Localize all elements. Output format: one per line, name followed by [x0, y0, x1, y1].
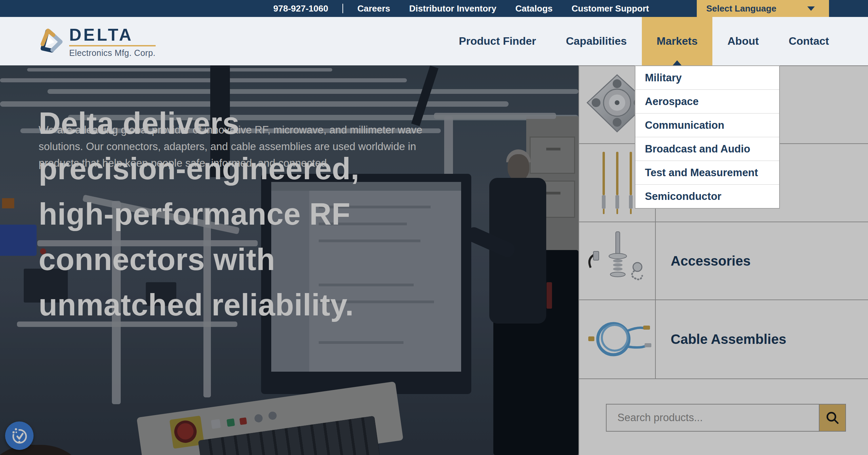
- cable-assembly-photo: [579, 300, 656, 378]
- logo-underline: [69, 45, 156, 46]
- chevron-down-icon: [807, 6, 815, 11]
- markets-dropdown-menu: Military Aerospace Communication Broadca…: [635, 65, 780, 209]
- search-button[interactable]: [820, 404, 846, 432]
- nav-item-contact[interactable]: Contact: [789, 17, 829, 65]
- hero-heading: Delta delivers precision-engineered, hig…: [39, 101, 359, 328]
- nav-item-markets[interactable]: Markets: [642, 17, 713, 65]
- delta-homepage: 978-927-1060 Careers Distributor Invento…: [0, 0, 868, 455]
- topbar-links-group: 978-927-1060 Careers Distributor Invento…: [273, 0, 649, 17]
- menu-item-semiconductor[interactable]: Semiconductor: [635, 185, 779, 208]
- language-selector-label: Select Language: [706, 3, 776, 14]
- language-selector[interactable]: Select Language: [697, 0, 829, 17]
- topbar-link-customer-support[interactable]: Customer Support: [572, 3, 649, 14]
- hero-copy: Delta delivers precision-engineered, hig…: [39, 101, 469, 171]
- logo-text: DELTA Electronics Mfg. Corp.: [69, 26, 156, 58]
- menu-item-test-and-measurement[interactable]: Test and Measurement: [635, 161, 779, 185]
- product-search-row: [579, 379, 868, 455]
- utility-topbar: 978-927-1060 Careers Distributor Invento…: [0, 0, 868, 17]
- category-row-accessories[interactable]: Accessories: [579, 222, 868, 300]
- logo-wordmark: DELTA: [69, 26, 156, 44]
- category-label: Accessories: [656, 222, 868, 299]
- topbar-divider: [342, 4, 343, 13]
- hero-section: Delta delivers precision-engineered, hig…: [0, 65, 578, 455]
- accessories-photo: [579, 222, 656, 299]
- nav-item-product-finder[interactable]: Product Finder: [459, 17, 536, 65]
- main-header: DELTA Electronics Mfg. Corp. Product Fin…: [0, 17, 868, 65]
- menu-item-military[interactable]: Military: [635, 66, 779, 90]
- topbar-link-careers[interactable]: Careers: [357, 3, 390, 14]
- phone-number[interactable]: 978-927-1060: [273, 3, 328, 14]
- cookie-icon: [10, 426, 29, 445]
- cookie-consent-button[interactable]: [5, 421, 34, 450]
- nav-item-capabilities[interactable]: Capabilities: [566, 17, 627, 65]
- primary-nav: Product Finder Capabilities Markets Abou…: [444, 17, 844, 65]
- company-logo[interactable]: DELTA Electronics Mfg. Corp.: [39, 26, 156, 58]
- page-content: Delta delivers precision-engineered, hig…: [0, 65, 868, 455]
- delta-triangle-logo-icon: [39, 26, 63, 54]
- category-row-cable-assemblies[interactable]: Cable Assemblies: [579, 300, 868, 379]
- search-input[interactable]: [606, 404, 820, 432]
- active-tab-caret-icon: [673, 60, 682, 65]
- nav-item-about[interactable]: About: [727, 17, 758, 65]
- menu-item-communication[interactable]: Communication: [635, 113, 779, 137]
- nav-item-markets-label: Markets: [657, 35, 698, 47]
- menu-item-broadcast-and-audio[interactable]: Broadcast and Audio: [635, 137, 779, 161]
- search-icon: [825, 411, 840, 425]
- topbar-link-catalogs[interactable]: Catalogs: [515, 3, 553, 14]
- topbar-link-distributor-inventory[interactable]: Distributor Inventory: [409, 3, 496, 14]
- logo-tagline: Electronics Mfg. Corp.: [69, 48, 156, 58]
- menu-item-aerospace[interactable]: Aerospace: [635, 90, 779, 113]
- category-label: Cable Assemblies: [656, 300, 868, 378]
